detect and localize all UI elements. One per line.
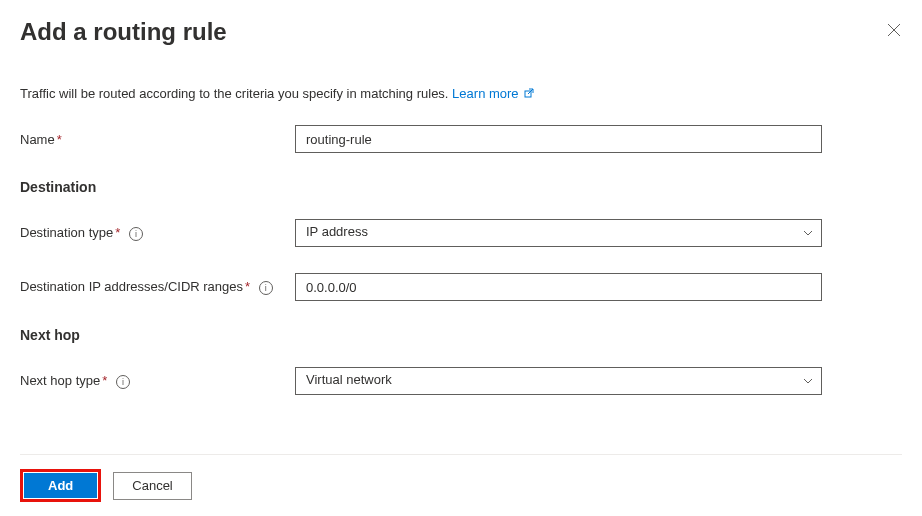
name-label: Name* xyxy=(20,132,295,147)
add-button-highlight: Add xyxy=(20,469,101,502)
cancel-button[interactable]: Cancel xyxy=(113,472,191,500)
learn-more-link[interactable]: Learn more xyxy=(452,86,534,101)
required-indicator: * xyxy=(102,373,107,388)
destination-type-select[interactable]: IP address xyxy=(295,219,822,247)
destination-section-heading: Destination xyxy=(20,179,902,195)
next-hop-type-select[interactable]: Virtual network xyxy=(295,367,822,395)
destination-type-label: Destination type* i xyxy=(20,225,295,241)
description-text: Traffic will be routed according to the … xyxy=(20,86,902,101)
required-indicator: * xyxy=(57,132,62,147)
destination-ip-input[interactable] xyxy=(295,273,822,301)
close-icon xyxy=(887,23,901,37)
info-icon[interactable]: i xyxy=(259,281,273,295)
footer-actions: Add Cancel xyxy=(20,454,902,502)
next-hop-section-heading: Next hop xyxy=(20,327,902,343)
info-icon[interactable]: i xyxy=(129,227,143,241)
page-title: Add a routing rule xyxy=(20,18,227,46)
name-input[interactable] xyxy=(295,125,822,153)
destination-ip-label: Destination IP addresses/CIDR ranges* i xyxy=(20,279,295,295)
add-button[interactable]: Add xyxy=(24,473,97,498)
next-hop-type-label: Next hop type* i xyxy=(20,373,295,389)
required-indicator: * xyxy=(245,279,250,294)
external-link-icon xyxy=(524,88,534,100)
required-indicator: * xyxy=(115,225,120,240)
info-icon[interactable]: i xyxy=(116,375,130,389)
close-button[interactable] xyxy=(886,22,902,38)
